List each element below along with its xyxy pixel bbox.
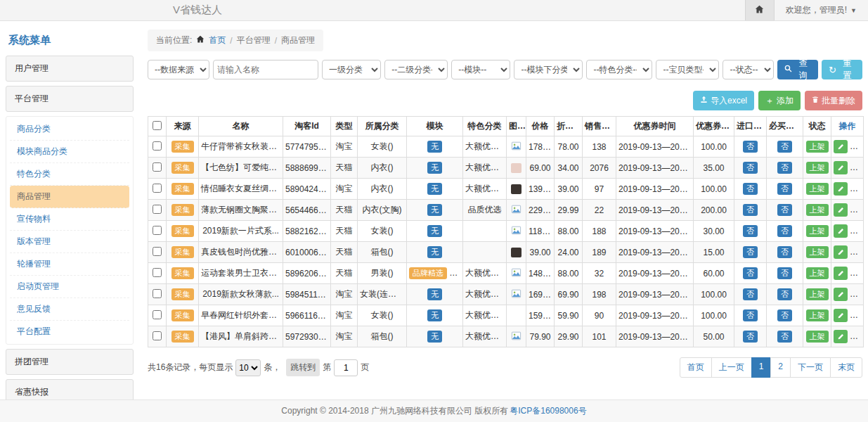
must-buy-toggle-badge[interactable]: 否 bbox=[777, 288, 792, 300]
pager-page-1[interactable]: 1 bbox=[751, 357, 772, 378]
import-toggle-badge[interactable]: 否 bbox=[743, 331, 758, 343]
select-all-checkbox[interactable] bbox=[153, 121, 162, 130]
reset-button[interactable]: ↻ 重置 bbox=[822, 60, 862, 79]
must-buy-toggle-badge[interactable]: 否 bbox=[777, 309, 792, 321]
sidebar-group-1[interactable]: 平台管理 bbox=[6, 86, 134, 112]
edit-button[interactable] bbox=[834, 161, 848, 174]
level1-category-select[interactable]: 一级分类 bbox=[322, 60, 381, 79]
name-search-input[interactable] bbox=[213, 60, 318, 79]
row-checkbox[interactable] bbox=[153, 268, 162, 277]
module-select[interactable]: --模块-- bbox=[451, 60, 510, 79]
status-badge[interactable]: 上架 bbox=[806, 246, 829, 258]
sidebar-group-0[interactable]: 用户管理 bbox=[6, 56, 134, 82]
status-badge[interactable]: 上架 bbox=[806, 225, 829, 237]
import-toggle-badge[interactable]: 否 bbox=[743, 246, 758, 258]
breadcrumb-home-link[interactable]: 首页 bbox=[209, 34, 226, 46]
source-cell: 采集 bbox=[167, 263, 199, 284]
row-checkbox[interactable] bbox=[153, 184, 162, 193]
coupon-time-cell: 2019-09-13—2019-09-19 bbox=[616, 221, 694, 242]
import-toggle-badge[interactable]: 否 bbox=[743, 204, 758, 216]
edit-button[interactable] bbox=[834, 288, 848, 301]
must-buy-toggle-badge[interactable]: 否 bbox=[777, 225, 792, 237]
edit-button[interactable] bbox=[834, 309, 848, 322]
must-buy-toggle-badge[interactable]: 否 bbox=[777, 267, 792, 279]
import-toggle-badge[interactable]: 否 bbox=[743, 183, 758, 195]
import-toggle-badge[interactable]: 否 bbox=[743, 288, 758, 300]
add-button[interactable]: ＋ 添加 bbox=[758, 91, 801, 110]
sidebar-item-7[interactable]: 版本管理 bbox=[10, 231, 129, 253]
import-excel-button[interactable]: 导入excel bbox=[693, 91, 754, 110]
feature-category-select[interactable]: --特色分类-- bbox=[586, 60, 652, 79]
data-source-select[interactable]: --数据来源-- bbox=[148, 60, 209, 79]
status-badge[interactable]: 上架 bbox=[806, 331, 829, 343]
item-type-select[interactable]: --宝贝类型-- bbox=[656, 60, 719, 79]
icp-link[interactable]: 粤ICP备16098006号 bbox=[510, 405, 586, 417]
must-buy-toggle-badge[interactable]: 否 bbox=[777, 204, 792, 216]
status-badge[interactable]: 上架 bbox=[806, 309, 829, 321]
jump-button[interactable]: 跳转到 bbox=[286, 359, 320, 376]
import-toggle-badge[interactable]: 否 bbox=[743, 225, 758, 237]
status-badge[interactable]: 上架 bbox=[806, 267, 829, 279]
search-button[interactable]: 查询 bbox=[777, 60, 818, 79]
status-badge[interactable]: 上架 bbox=[806, 204, 829, 216]
status-badge[interactable]: 上架 bbox=[806, 288, 829, 300]
pager-next[interactable]: 下一页 bbox=[790, 357, 831, 378]
edit-button[interactable] bbox=[834, 203, 848, 217]
status-badge[interactable]: 上架 bbox=[806, 183, 829, 195]
sidebar-item-6[interactable]: 宣传物料 bbox=[10, 208, 129, 231]
pager-last[interactable]: 末页 bbox=[830, 357, 862, 378]
welcome-dropdown[interactable]: 欢迎您，管理员! ▼ bbox=[775, 0, 868, 20]
row-checkbox[interactable] bbox=[153, 226, 162, 235]
sidebar-group-12[interactable]: 拼团管理 bbox=[6, 349, 134, 375]
must-buy-toggle-badge[interactable]: 否 bbox=[777, 331, 792, 343]
batch-delete-button[interactable]: 批量删除 bbox=[805, 91, 862, 110]
sidebar-item-8[interactable]: 轮播管理 bbox=[10, 253, 129, 276]
row-checkbox[interactable] bbox=[153, 331, 162, 340]
sidebar-item-4[interactable]: 特色分类 bbox=[10, 163, 129, 186]
sidebar-item-9[interactable]: 启动页管理 bbox=[10, 276, 129, 298]
sidebar-item-5[interactable]: 商品管理 bbox=[10, 186, 129, 208]
edit-button[interactable] bbox=[834, 245, 848, 259]
must-buy-toggle-badge[interactable]: 否 bbox=[777, 162, 792, 174]
edit-button[interactable] bbox=[834, 330, 848, 343]
sidebar-item-10[interactable]: 意见反馈 bbox=[10, 298, 129, 321]
import-toggle-badge[interactable]: 否 bbox=[743, 162, 758, 174]
must-buy-toggle-badge[interactable]: 否 bbox=[777, 141, 792, 153]
edit-button[interactable] bbox=[834, 140, 848, 153]
status-badge[interactable]: 上架 bbox=[806, 162, 829, 174]
category-cell: 箱包() bbox=[358, 242, 407, 263]
pager-prev[interactable]: 上一页 bbox=[711, 357, 752, 378]
operations-cell bbox=[831, 305, 864, 326]
sidebar-item-3[interactable]: 模块商品分类 bbox=[10, 141, 129, 163]
row-checkbox[interactable] bbox=[153, 141, 162, 151]
module-cell: 无 bbox=[407, 136, 463, 158]
edit-button[interactable] bbox=[834, 182, 848, 196]
row-checkbox[interactable] bbox=[153, 205, 162, 214]
import-toggle-badge[interactable]: 否 bbox=[743, 309, 758, 321]
per-page-select[interactable]: 10 bbox=[235, 359, 261, 376]
operations-cell bbox=[831, 221, 864, 242]
must-buy-toggle-badge[interactable]: 否 bbox=[777, 246, 792, 258]
icon-cell bbox=[507, 200, 526, 221]
row-checkbox[interactable] bbox=[153, 162, 162, 172]
must-buy-toggle-badge[interactable]: 否 bbox=[777, 183, 792, 195]
row-checkbox[interactable] bbox=[153, 289, 162, 298]
status-badge[interactable]: 上架 bbox=[806, 141, 829, 153]
status-select[interactable]: --状态-- bbox=[723, 60, 774, 79]
home-button[interactable] bbox=[745, 0, 775, 20]
level2-category-select[interactable]: --二级分类-- bbox=[384, 60, 448, 79]
row-checkbox[interactable] bbox=[153, 310, 162, 319]
sidebar-item-11[interactable]: 平台配置 bbox=[10, 321, 129, 343]
page-number-input[interactable] bbox=[334, 359, 358, 376]
pager-page-2[interactable]: 2 bbox=[770, 357, 791, 378]
import-toggle-badge[interactable]: 否 bbox=[743, 267, 758, 279]
module-sub-select[interactable]: --模块下分类-- bbox=[514, 60, 583, 79]
pager-first[interactable]: 首页 bbox=[680, 357, 712, 378]
import-toggle-badge[interactable]: 否 bbox=[743, 141, 758, 153]
type-cell: 天猫 bbox=[331, 221, 358, 242]
edit-button[interactable] bbox=[834, 267, 848, 280]
row-checkbox[interactable] bbox=[153, 247, 162, 256]
price-cell: 139.00 bbox=[526, 179, 555, 200]
edit-button[interactable] bbox=[834, 224, 848, 238]
sidebar-item-2[interactable]: 商品分类 bbox=[10, 118, 129, 141]
